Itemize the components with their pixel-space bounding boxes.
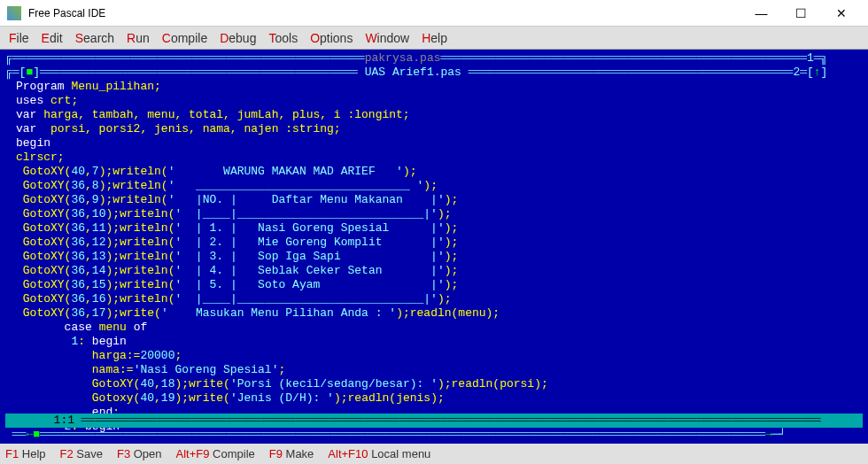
menu-help[interactable]: Help bbox=[422, 31, 447, 45]
code-line: GotoXY(36,13);writeln(' | 3. | Sop Iga S… bbox=[16, 250, 863, 264]
minimize-button[interactable]: — bbox=[741, 0, 781, 27]
tab-inactive[interactable]: pakrysa.pas bbox=[365, 51, 441, 65]
code-line: var porsi, porsi2, jenis, nama, najen :s… bbox=[16, 122, 863, 136]
code-line: Program Menu_pilihan; bbox=[16, 80, 863, 94]
menu-file[interactable]: File bbox=[9, 31, 29, 45]
code-line: GotoXY(36,17);write(' Masukan Menu Pilih… bbox=[16, 306, 863, 321]
fn-compile[interactable]: Alt+F9 Compile bbox=[176, 447, 255, 460]
frame-border-top2: ╔═[■]═══════════════════════════════════… bbox=[5, 66, 863, 80]
app-icon bbox=[7, 6, 21, 20]
code-line: GotoXY(40,7);writeln(' WARUNG MAKAN MAD … bbox=[16, 165, 863, 179]
scroll-up-icon[interactable]: ↑ bbox=[814, 66, 821, 79]
menu-run[interactable]: Run bbox=[127, 31, 150, 45]
fn-local-menu[interactable]: Alt+F10 Local menu bbox=[328, 447, 430, 460]
window-titlebar: Free Pascal IDE — ☐ ✕ bbox=[0, 0, 868, 27]
menu-debug[interactable]: Debug bbox=[220, 31, 256, 45]
menu-tools[interactable]: Tools bbox=[268, 31, 298, 45]
code-editor[interactable]: Program Menu_pilihan; uses crt; var harg… bbox=[5, 80, 863, 434]
code-line: GotoXY(36,16);writeln(' |____|__________… bbox=[16, 292, 863, 306]
close-tab-icon[interactable]: ■ bbox=[26, 66, 33, 79]
maximize-button[interactable]: ☐ bbox=[781, 0, 821, 27]
fn-help[interactable]: F1 Help bbox=[5, 447, 46, 460]
fn-open[interactable]: F3 Open bbox=[117, 447, 162, 460]
frame-border-top: ╔═══════════════════════════════════════… bbox=[5, 51, 863, 66]
code-line: GotoXY(36,15);writeln(' | 5. | Soto Ayam… bbox=[16, 278, 863, 292]
fn-make[interactable]: F9 Make bbox=[269, 447, 314, 460]
menu-window[interactable]: Window bbox=[365, 31, 409, 45]
code-line: GotoXY(36,8);writeln(' _________________… bbox=[16, 179, 863, 193]
code-line: GotoXY(36,12);writeln(' | 2. | Mie Goren… bbox=[16, 236, 863, 250]
menubar: File Edit Search Run Compile Debug Tools… bbox=[0, 27, 868, 50]
code-line: case menu of bbox=[16, 321, 863, 335]
code-line: begin bbox=[16, 136, 863, 151]
editor-frame: ╔═══════════════════════════════════════… bbox=[0, 50, 868, 444]
code-line: var harga, tambah, menu, total, jumLah, … bbox=[16, 108, 863, 122]
menu-search[interactable]: Search bbox=[75, 31, 114, 45]
code-line: nama:='Nasi Goreng Spesial'; bbox=[16, 363, 863, 377]
scrollbar-horizontal[interactable]: ══←■════════════════════════════════════… bbox=[5, 428, 863, 442]
menu-options[interactable]: Options bbox=[310, 31, 353, 45]
code-line: GotoXY(36,9);writeln(' |NO. | Daftar Men… bbox=[16, 193, 863, 207]
close-button[interactable]: ✕ bbox=[821, 0, 861, 27]
code-line: clrscr; bbox=[16, 151, 863, 165]
code-line: Gotoxy(40,19);write('Jenis (D/H): ');rea… bbox=[16, 391, 863, 406]
tab-active[interactable]: UAS Arief1.pas bbox=[365, 66, 461, 79]
function-key-bar: F1 Help F2 Save F3 Open Alt+F9 Compile F… bbox=[0, 444, 868, 464]
code-line: GotoXY(40,18);write('Porsi (kecil/sedang… bbox=[16, 377, 863, 391]
fn-save[interactable]: F2 Save bbox=[60, 447, 103, 460]
code-line: 1: begin bbox=[16, 335, 863, 349]
menu-compile[interactable]: Compile bbox=[162, 31, 207, 45]
menu-edit[interactable]: Edit bbox=[42, 31, 63, 45]
code-line: GotoXY(36,10);writeln(' |____|__________… bbox=[16, 207, 863, 221]
code-line: GotoXY(36,14);writeln(' | 4. | Seblak Ce… bbox=[16, 264, 863, 278]
code-line: GotoXY(36,11);writeln(' | 1. | Nasi Gore… bbox=[16, 221, 863, 236]
window-title: Free Pascal IDE bbox=[28, 7, 741, 19]
code-line: uses crt; bbox=[16, 94, 863, 108]
status-line: 1:1 ════════════════════════════════════… bbox=[5, 414, 863, 428]
code-line: harga:=20000; bbox=[16, 349, 863, 363]
